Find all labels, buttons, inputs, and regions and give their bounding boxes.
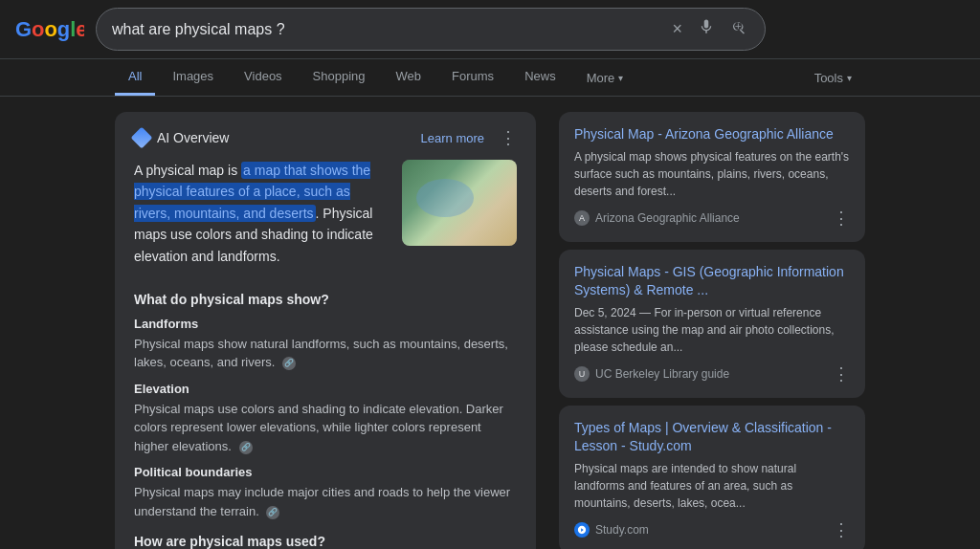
result-2-menu[interactable]: ⋮ <box>833 363 850 384</box>
tab-videos[interactable]: Videos <box>231 59 296 96</box>
favicon-3 <box>574 522 590 538</box>
left-column: AI Overview Learn more ⋮ A physical map … <box>115 112 536 549</box>
result-3-title[interactable]: Types of Maps | Overview & Classificatio… <box>574 419 850 456</box>
result-card-2: Physical Maps - GIS (Geographic Informat… <box>559 250 865 398</box>
tab-forums[interactable]: Forums <box>438 59 507 96</box>
tab-news[interactable]: News <box>511 59 569 96</box>
tools-button[interactable]: Tools ▾ <box>801 61 865 95</box>
result-3-snippet: Physical maps are intended to show natur… <box>574 460 850 512</box>
main-content: AI Overview Learn more ⋮ A physical map … <box>0 97 980 549</box>
voice-search-button[interactable] <box>696 16 717 42</box>
source-name-2: UC Berkeley Library guide <box>595 367 729 381</box>
ai-intro-text: A physical map is a map that shows the p… <box>134 160 387 267</box>
result-card-3: Types of Maps | Overview & Classificatio… <box>559 406 865 549</box>
landforms-section: Landforms Physical maps show natural lan… <box>134 317 517 372</box>
chevron-down-icon: ▾ <box>618 73 623 83</box>
search-input[interactable] <box>112 21 662 38</box>
source-name-1: Arizona Geographic Alliance <box>595 211 740 225</box>
ai-overview-title: AI Overview <box>134 130 229 145</box>
elevation-link-icon[interactable] <box>239 441 253 454</box>
political-text: Physical maps may include major cities a… <box>134 483 517 520</box>
map-image <box>402 160 517 246</box>
result-1-title[interactable]: Physical Map - Arizona Geographic Allian… <box>574 125 850 144</box>
result-3-source: Study.com ⋮ <box>574 519 850 540</box>
svg-text:Google: Google <box>15 17 84 41</box>
ai-overview-header: AI Overview Learn more ⋮ <box>134 127 517 148</box>
search-icons: × <box>670 16 749 42</box>
ai-content: A physical map is a map that shows the p… <box>134 160 517 278</box>
search-bar: × <box>96 8 766 51</box>
header: Google × <box>0 0 980 59</box>
tab-web[interactable]: Web <box>383 59 435 96</box>
source-info-1: A Arizona Geographic Alliance <box>574 210 740 226</box>
result-1-menu[interactable]: ⋮ <box>833 208 850 229</box>
favicon-2: U <box>574 366 590 382</box>
result-2-snippet: Dec 5, 2024 — For in-person or virtual r… <box>574 304 850 356</box>
tab-shopping[interactable]: Shopping <box>300 59 379 96</box>
what-section-title: What do physical maps show? <box>134 292 517 307</box>
landforms-link-icon[interactable] <box>282 357 296 370</box>
right-column: Physical Map - Arizona Geographic Allian… <box>559 112 865 549</box>
landforms-subtitle: Landforms <box>134 317 517 331</box>
elevation-subtitle: Elevation <box>134 382 517 396</box>
more-tab[interactable]: More ▾ <box>573 61 637 95</box>
map-thumbnail <box>402 160 517 246</box>
result-3-menu[interactable]: ⋮ <box>833 519 850 540</box>
ai-text: A physical map is a map that shows the p… <box>134 160 387 278</box>
source-name-3: Study.com <box>595 523 649 537</box>
elevation-text: Physical maps use colors and shading to … <box>134 400 517 456</box>
result-card-1: Physical Map - Arizona Geographic Allian… <box>559 112 865 242</box>
google-logo: Google <box>15 16 84 43</box>
elevation-section: Elevation Physical maps use colors and s… <box>134 382 517 456</box>
result-1-snippet: A physical map shows physical features o… <box>574 148 850 200</box>
tab-images[interactable]: Images <box>159 59 227 96</box>
how-used-title: How are physical maps used? <box>134 534 517 549</box>
tab-all[interactable]: All <box>115 59 155 96</box>
ai-overview-box: AI Overview Learn more ⋮ A physical map … <box>115 112 536 549</box>
political-subtitle: Political boundaries <box>134 465 517 479</box>
ai-menu-button[interactable]: ⋮ <box>500 127 517 148</box>
favicon-1: A <box>574 210 590 226</box>
result-2-title[interactable]: Physical Maps - GIS (Geographic Informat… <box>574 263 850 300</box>
nav-tabs: All Images Videos Shopping Web Forums Ne… <box>0 59 980 97</box>
political-link-icon[interactable] <box>266 506 279 519</box>
lens-button[interactable] <box>728 16 749 42</box>
source-info-2: U UC Berkeley Library guide <box>574 366 729 382</box>
result-2-source: U UC Berkeley Library guide ⋮ <box>574 363 850 384</box>
chevron-down-icon: ▾ <box>847 73 852 83</box>
learn-more-link[interactable]: Learn more <box>421 131 484 145</box>
landforms-text: Physical maps show natural landforms, su… <box>134 335 517 372</box>
clear-button[interactable]: × <box>670 17 684 41</box>
svg-rect-2 <box>738 23 739 29</box>
result-1-source: A Arizona Geographic Alliance ⋮ <box>574 208 850 229</box>
ai-diamond-icon <box>131 127 153 149</box>
source-info-3: Study.com <box>574 522 649 538</box>
political-section: Political boundaries Physical maps may i… <box>134 465 517 520</box>
